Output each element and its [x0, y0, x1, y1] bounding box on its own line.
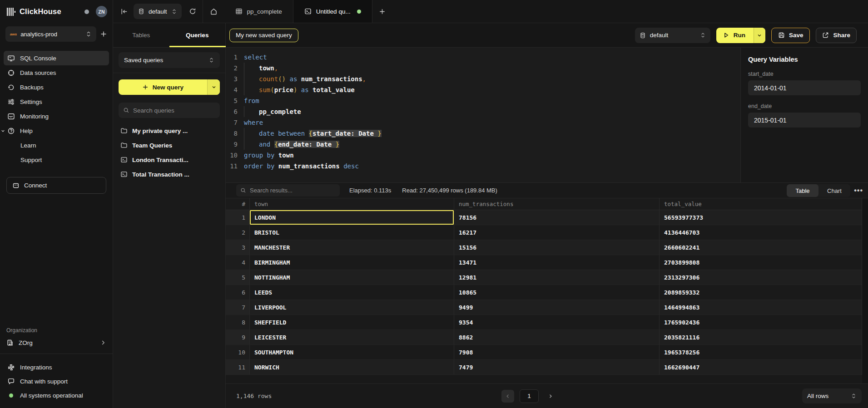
table-cell[interactable]: 2	[226, 225, 250, 240]
table-cell[interactable]: 13471	[454, 255, 660, 270]
share-button[interactable]: Share	[816, 28, 857, 43]
sidebar-item-support[interactable]: Support	[4, 152, 109, 167]
table-cell[interactable]: 12981	[454, 270, 660, 285]
results-more-icon[interactable]: •••	[854, 187, 863, 195]
table-cell[interactable]: 2089859332	[660, 285, 862, 300]
table-cell[interactable]: BIRMINGHAM	[250, 255, 454, 270]
table-cell[interactable]: 7	[226, 300, 250, 315]
next-page-button[interactable]	[544, 390, 557, 403]
code-line: 5 from	[226, 95, 740, 106]
search-queries-input[interactable]	[133, 107, 215, 114]
tab-tables[interactable]: Tables	[113, 23, 169, 47]
view-chart-button[interactable]: Chart	[818, 184, 850, 197]
saved-query-item[interactable]: My private query ...	[117, 123, 222, 138]
table-cell[interactable]: 6	[226, 285, 250, 300]
table-cell[interactable]: 56593977373	[660, 210, 862, 225]
table-cell[interactable]: 16217	[454, 225, 660, 240]
table-cell[interactable]: 1464994863	[660, 300, 862, 315]
view-table-button[interactable]: Table	[787, 184, 818, 197]
table-cell[interactable]: 9	[226, 330, 250, 345]
start-date-input[interactable]	[748, 80, 861, 95]
table-cell[interactable]: 10865	[454, 285, 660, 300]
table-cell[interactable]: BRISTOL	[250, 225, 454, 240]
table-cell[interactable]: MANCHESTER	[250, 240, 454, 255]
sidebar-item-settings[interactable]: Settings	[4, 94, 109, 109]
table-cell[interactable]: NORWICH	[250, 360, 454, 375]
run-options-caret[interactable]	[754, 28, 765, 43]
search-results-input[interactable]	[250, 187, 336, 194]
table-cell[interactable]: 2703899808	[660, 255, 862, 270]
table-cell[interactable]: 7479	[454, 360, 660, 375]
table-row: 7LIVERPOOL94991464994863	[226, 300, 862, 315]
table-cell[interactable]: 8862	[454, 330, 660, 345]
new-query-button[interactable]: New query	[119, 79, 207, 95]
table-cell[interactable]: 78156	[454, 210, 660, 225]
save-button[interactable]: Save	[771, 28, 810, 43]
sql-editor[interactable]: 1 select 2 town, 3 count() as num_transa…	[226, 48, 740, 182]
run-database-selector[interactable]: default	[635, 28, 710, 43]
sidebar-item-backups[interactable]: Backups	[4, 80, 109, 94]
table-cell[interactable]: LEEDS	[250, 285, 454, 300]
table-cell[interactable]: 2660602241	[660, 240, 862, 255]
current-page-indicator[interactable]: 1	[520, 389, 539, 403]
user-avatar[interactable]: ZN	[96, 6, 107, 17]
table-cell[interactable]: 1662690447	[660, 360, 862, 375]
table-cell[interactable]: LEICESTER	[250, 330, 454, 345]
table-cell[interactable]: 8	[226, 315, 250, 330]
tab-queries[interactable]: Queries	[169, 23, 226, 47]
run-button[interactable]: Run	[716, 28, 754, 43]
saved-query-item[interactable]: London Transacti...	[117, 152, 222, 167]
refresh-icon[interactable]	[189, 8, 196, 15]
sidebar-footer: Integrations Chat with support All syste…	[0, 354, 113, 408]
notification-dot[interactable]	[84, 10, 89, 14]
saved-query-chip[interactable]: My new saved query	[229, 29, 298, 42]
table-cell[interactable]: 9354	[454, 315, 660, 330]
table-cell[interactable]: 10	[226, 345, 250, 360]
tab-untitled-query[interactable]: Untitled qu...	[293, 0, 372, 23]
end-date-input[interactable]	[748, 113, 861, 128]
table-cell[interactable]: 1	[226, 210, 250, 225]
sidebar-item-help[interactable]: Help	[4, 123, 109, 138]
table-cell[interactable]: 2313297306	[660, 270, 862, 285]
sidebar-item-integrations[interactable]: Integrations	[4, 360, 109, 374]
previous-page-button[interactable]	[501, 390, 514, 403]
table-cell[interactable]: 1965378256	[660, 345, 862, 360]
database-selector[interactable]: default	[134, 4, 182, 19]
table-cell[interactable]: 3	[226, 240, 250, 255]
service-selector[interactable]: aws analytics-prod	[5, 26, 96, 42]
connect-button[interactable]: Connect	[6, 177, 106, 194]
organization-switcher[interactable]: ZOrg	[0, 337, 113, 354]
new-query-options-caret[interactable]	[207, 79, 220, 95]
home-icon[interactable]	[203, 8, 224, 15]
table-cell[interactable]: NOTTINGHAM	[250, 270, 454, 285]
saved-queries-filter[interactable]: Saved queries	[119, 52, 220, 68]
sidebar-item-system-status[interactable]: All systems operational	[4, 388, 109, 403]
table-cell[interactable]: 7908	[454, 345, 660, 360]
table-cell[interactable]: 4	[226, 255, 250, 270]
table-cell[interactable]: 11	[226, 360, 250, 375]
saved-query-item[interactable]: Total Transaction ...	[117, 167, 222, 182]
sidebar-item-learn[interactable]: Learn	[4, 138, 109, 152]
table-cell[interactable]: 1765902436	[660, 315, 862, 330]
sidebar-item-monitoring[interactable]: Monitoring	[4, 109, 109, 123]
table-cell[interactable]: 2035821116	[660, 330, 862, 345]
table-cell[interactable]: SOUTHAMPTON	[250, 345, 454, 360]
sidebar-item-sql-console[interactable]: SQL Console	[4, 51, 109, 65]
add-service-button[interactable]	[100, 30, 107, 38]
new-tab-icon[interactable]	[372, 8, 392, 15]
table-cell[interactable]: 15156	[454, 240, 660, 255]
page-size-selector[interactable]: All rows	[802, 388, 862, 403]
tab-pp-complete[interactable]: pp_complete	[224, 0, 293, 23]
collapse-sidebar-icon[interactable]	[113, 8, 134, 15]
table-cell[interactable]: 9499	[454, 300, 660, 315]
saved-query-item[interactable]: Team Queries	[117, 138, 222, 152]
sidebar-item-chat-with-support[interactable]: Chat with support	[4, 374, 109, 388]
table-cell[interactable]: 5	[226, 270, 250, 285]
sidebar-item-data-sources[interactable]: Data sources	[4, 65, 109, 80]
table-cell[interactable]: 4136446703	[660, 225, 862, 240]
code-line: 1 select	[226, 52, 740, 63]
table-cell[interactable]: SHEFFIELD	[250, 315, 454, 330]
brand-title: ClickHouse	[20, 7, 61, 16]
table-cell[interactable]: LIVERPOOL	[250, 300, 454, 315]
table-cell[interactable]: LONDON	[250, 210, 454, 225]
